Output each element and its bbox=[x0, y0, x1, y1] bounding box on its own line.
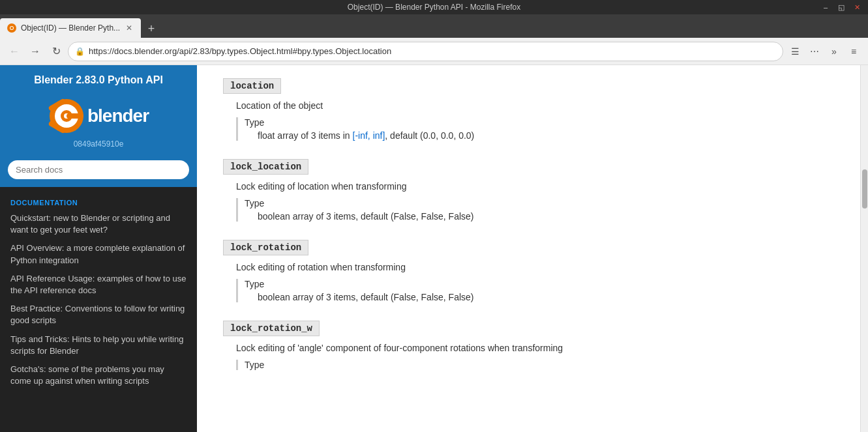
browser-titlebar: Object(ID) — Blender Python API - Mozill… bbox=[0, 0, 868, 14]
type-link-location[interactable]: [-inf, inf] bbox=[353, 130, 385, 141]
type-label-lock-rotation: Type bbox=[245, 279, 834, 289]
sidebar-section-documentation: DOCUMENTATION bbox=[0, 194, 197, 209]
main-layout: Blender 2.83.0 Python API bbox=[0, 65, 868, 432]
window-title: Object(ID) — Blender Python API - Mozill… bbox=[348, 3, 520, 12]
blender-text-logo: blender bbox=[87, 106, 149, 126]
doc-entry-lock-rotation-w: lock_rotation_w Lock editing of 'angle' … bbox=[223, 321, 834, 370]
address-bar-container: 🔒 bbox=[68, 42, 783, 61]
anchor-lock-location: lock_location bbox=[223, 159, 308, 175]
tab-bar: Object(ID) — Blender Pyth... ✕ + bbox=[0, 14, 868, 38]
type-block-lock-rotation-w: Type bbox=[236, 360, 834, 370]
navigation-bar: ← → ↻ 🔒 ☰ ⋯ » ≡ bbox=[0, 38, 868, 65]
type-value-lock-rotation: boolean array of 3 items, default (False… bbox=[258, 292, 834, 302]
sidebar: Blender 2.83.0 Python API bbox=[0, 65, 197, 432]
back-button[interactable]: ← bbox=[5, 42, 23, 61]
more-options-button[interactable]: ⋯ bbox=[805, 42, 824, 61]
desc-lock-rotation: Lock editing of rotation when transformi… bbox=[236, 262, 834, 272]
tab-close-button[interactable]: ✕ bbox=[124, 23, 134, 33]
anchor-location: location bbox=[223, 78, 281, 94]
svg-rect-7 bbox=[67, 113, 83, 119]
window-controls: – ◱ ✕ bbox=[820, 0, 863, 14]
sidebar-nav: DOCUMENTATION Quickstart: new to Blender… bbox=[0, 187, 197, 432]
overflow-button[interactable]: » bbox=[825, 42, 843, 61]
hamburger-menu-button[interactable]: ≡ bbox=[845, 42, 863, 61]
nav-right-controls: ☰ ⋯ » ≡ bbox=[786, 42, 863, 61]
desc-location: Location of the object bbox=[236, 100, 834, 111]
doc-entry-lock-rotation: lock_rotation Lock editing of rotation w… bbox=[223, 240, 834, 302]
type-suffix-location: , default (0.0, 0.0, 0.0) bbox=[385, 130, 474, 141]
type-block-lock-rotation: Type boolean array of 3 items, default (… bbox=[236, 279, 834, 302]
doc-entry-location: location Location of the object Type flo… bbox=[223, 78, 834, 141]
svg-point-2 bbox=[10, 27, 13, 29]
sidebar-link-tips-tricks[interactable]: Tips and Tricks: Hints to help you while… bbox=[0, 330, 197, 360]
sidebar-link-quickstart[interactable]: Quickstart: new to Blender or scripting … bbox=[0, 209, 197, 239]
desc-lock-location: Lock editing of location when transformi… bbox=[236, 181, 834, 192]
reload-button[interactable]: ↻ bbox=[47, 42, 65, 61]
close-button[interactable]: ✕ bbox=[851, 1, 863, 13]
type-block-lock-location: Type boolean array of 3 items, default (… bbox=[236, 198, 834, 222]
address-input[interactable] bbox=[89, 46, 776, 56]
search-box-area bbox=[0, 160, 197, 187]
scrollbar-thumb[interactable] bbox=[862, 169, 867, 209]
type-value-lock-location: boolean array of 3 items, default (False… bbox=[258, 211, 834, 222]
anchor-lock-rotation: lock_rotation bbox=[223, 240, 308, 255]
sidebar-link-api-overview[interactable]: API Overview: a more complete explanatio… bbox=[0, 239, 197, 269]
scrollbar-track[interactable] bbox=[860, 65, 868, 432]
content-area[interactable]: location Location of the object Type flo… bbox=[197, 65, 860, 432]
sidebar-link-api-reference[interactable]: API Reference Usage: examples of how to … bbox=[0, 270, 197, 300]
sidebar-link-gotchas[interactable]: Gotcha's: some of the problems you may c… bbox=[0, 360, 197, 390]
sidebar-title: Blender 2.83.0 Python API bbox=[8, 74, 189, 86]
forward-button[interactable]: → bbox=[26, 42, 44, 61]
new-tab-button[interactable]: + bbox=[142, 20, 160, 38]
reader-view-button[interactable]: ☰ bbox=[786, 42, 804, 61]
blender-logo-area: blender bbox=[8, 93, 189, 139]
blender-logo-icon bbox=[48, 98, 85, 134]
restore-button[interactable]: ◱ bbox=[835, 1, 847, 13]
sidebar-link-best-practice[interactable]: Best Practice: Conventions to follow for… bbox=[0, 300, 197, 330]
doc-entry-lock-location: lock_location Lock editing of location w… bbox=[223, 159, 834, 222]
sidebar-header: Blender 2.83.0 Python API bbox=[0, 65, 197, 160]
desc-lock-rotation-w: Lock editing of 'angle' component of fou… bbox=[236, 343, 834, 353]
sidebar-commit-hash: 0849af45910e bbox=[8, 139, 189, 149]
tab-label: Object(ID) — Blender Pyth... bbox=[21, 23, 120, 33]
type-value-location: float array of 3 items in [-inf, inf], d… bbox=[258, 130, 834, 141]
tab-favicon bbox=[7, 23, 17, 33]
search-input[interactable] bbox=[8, 160, 189, 179]
type-block-location: Type float array of 3 items in [-inf, in… bbox=[236, 117, 834, 141]
security-lock-icon: 🔒 bbox=[75, 47, 85, 56]
active-tab[interactable]: Object(ID) — Blender Pyth... ✕ bbox=[0, 18, 141, 38]
type-label-location: Type bbox=[245, 117, 834, 128]
type-text-location: float array of 3 items in bbox=[258, 130, 353, 141]
type-label-lock-rotation-w: Type bbox=[245, 360, 834, 370]
minimize-button[interactable]: – bbox=[820, 1, 831, 13]
anchor-lock-rotation-w: lock_rotation_w bbox=[223, 321, 320, 336]
type-label-lock-location: Type bbox=[245, 198, 834, 209]
